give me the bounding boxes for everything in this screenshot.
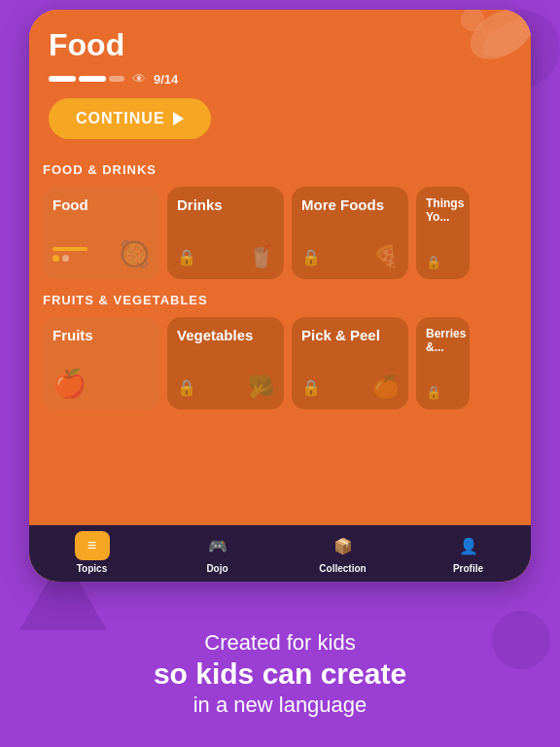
card-pick-peel[interactable]: Pick & Peel 🔒 🍊	[292, 317, 408, 409]
card-drinks-footer: 🔒 🥤	[177, 244, 274, 269]
bottom-line-2: so kids can create	[0, 658, 560, 691]
section-label-food-drinks: FOOD & DRINKS	[43, 162, 517, 177]
card-progress-bar	[52, 247, 88, 251]
nav-label-topics: Topics	[77, 563, 107, 574]
lock-icon-things: 🔒	[426, 255, 441, 269]
card-food-title: Food	[52, 196, 150, 213]
continue-arrow-icon	[173, 112, 184, 125]
collection-icon: 📦	[326, 531, 361, 560]
progress-seg-2	[79, 76, 106, 82]
device-frame: Food 👁 9/14 CONTINUE FOOD & DRINKS	[29, 10, 531, 582]
card-berries-title: Berries &...	[426, 327, 460, 354]
bottom-line-3: in a new language	[0, 693, 560, 718]
nav-item-topics[interactable]: ≡ Topics	[29, 531, 155, 574]
pick-peel-icon-deco: 🍊	[372, 374, 399, 400]
lock-icon-more-foods: 🔒	[301, 248, 321, 267]
nav-item-collection[interactable]: 📦 Collection	[280, 531, 405, 574]
vegetables-icon-deco: 🥦	[248, 374, 274, 400]
progress-row: 👁 9/14	[49, 71, 511, 87]
card-food[interactable]: Food 🥘	[43, 187, 159, 279]
progress-seg-3	[109, 76, 124, 82]
continue-button[interactable]: CONTINUE	[49, 98, 211, 139]
fruits-icon-deco: 🍎	[52, 368, 87, 400]
progress-count: 9/14	[154, 72, 178, 87]
card-more-foods[interactable]: More Foods 🔒 🍕	[292, 187, 408, 279]
eye-icon: 👁	[132, 71, 146, 87]
page-title: Food	[49, 27, 511, 63]
nav-item-dojo[interactable]: 🎮 Dojo	[155, 531, 280, 574]
lock-icon-drinks: 🔒	[177, 248, 196, 267]
card-food-footer: 🥘	[52, 239, 150, 269]
drinks-icon-deco: 🥤	[248, 244, 274, 269]
croissant-decoration	[443, 10, 531, 96]
card-things-title: Things Yo...	[426, 196, 460, 224]
bottom-line-1: Created for kids	[0, 630, 560, 656]
topics-icon: ≡	[75, 531, 110, 560]
continue-button-label: CONTINUE	[76, 110, 165, 127]
nav-label-dojo: Dojo	[206, 563, 228, 574]
card-drinks[interactable]: Drinks 🔒 🥤	[167, 187, 284, 279]
nav-label-collection: Collection	[319, 563, 366, 574]
card-dot-empty	[62, 255, 69, 262]
card-drinks-title: Drinks	[177, 196, 274, 213]
card-things-with-food[interactable]: Things Yo... 🔒	[416, 187, 470, 279]
nav-label-profile: Profile	[453, 563, 483, 574]
lock-icon-pick-peel: 🔒	[301, 378, 321, 397]
card-dot-filled	[52, 255, 59, 262]
card-pick-peel-footer: 🔒 🍊	[301, 374, 399, 400]
card-berries-footer: 🔒	[426, 385, 460, 400]
food-icon-deco: 🥘	[119, 239, 150, 269]
card-vegetables-title: Vegetables	[177, 327, 274, 343]
fruits-veg-cards: Fruits 🍎 Vegetables 🔒 🥦 Pick & Peel	[43, 317, 517, 409]
lock-icon-vegetables: 🔒	[177, 378, 196, 397]
card-berries[interactable]: Berries &... 🔒	[416, 317, 470, 409]
card-vegetables-footer: 🔒 🥦	[177, 374, 274, 400]
card-more-foods-footer: 🔒 🍕	[301, 244, 399, 269]
app-content: FOOD & DRINKS Food 🥘	[29, 149, 531, 525]
card-fruits-footer: 🍎	[52, 368, 150, 400]
app-header: Food 👁 9/14 CONTINUE	[29, 10, 531, 149]
section-label-fruits-veg: FRUITS & VEGETABLES	[43, 293, 517, 307]
app-container: Food 👁 9/14 CONTINUE FOOD & DRINKS	[29, 10, 531, 582]
bottom-text-block: Created for kids so kids can create in a…	[0, 630, 560, 718]
lock-icon-berries: 🔒	[426, 385, 441, 400]
card-pick-peel-title: Pick & Peel	[301, 327, 399, 343]
progress-seg-1	[49, 76, 76, 82]
nav-item-profile[interactable]: 👤 Profile	[405, 531, 531, 574]
progress-bar	[49, 76, 124, 82]
dojo-icon: 🎮	[200, 531, 235, 560]
food-drinks-cards: Food 🥘 Drinks	[43, 187, 517, 279]
more-foods-icon-deco: 🍕	[372, 244, 399, 269]
card-more-foods-title: More Foods	[301, 196, 399, 213]
profile-icon: 👤	[451, 531, 486, 560]
card-things-footer: 🔒	[426, 255, 460, 269]
card-fruits-title: Fruits	[52, 327, 150, 343]
card-fruits[interactable]: Fruits 🍎	[43, 317, 159, 409]
card-vegetables[interactable]: Vegetables 🔒 🥦	[167, 317, 284, 409]
bottom-nav: ≡ Topics 🎮 Dojo 📦 Collection 👤	[29, 525, 531, 582]
